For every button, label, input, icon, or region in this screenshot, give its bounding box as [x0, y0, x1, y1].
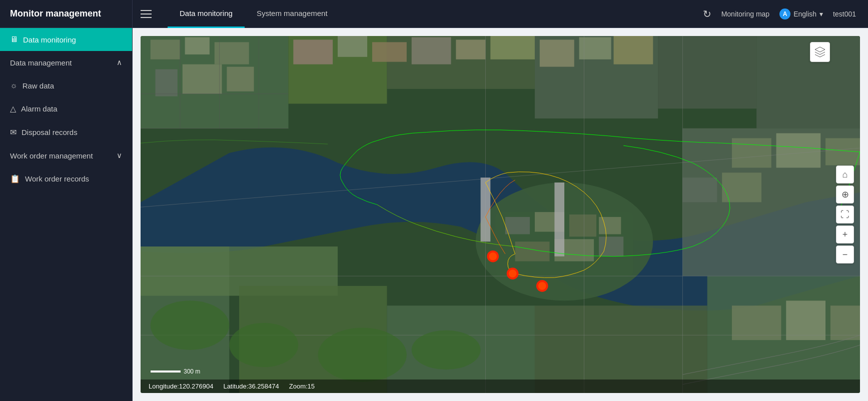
topbar-right: ↻ Monitoring map A English ▾ test001: [691, 8, 868, 20]
brand: Monitor management: [0, 0, 133, 28]
hamburger-menu[interactable]: [133, 10, 160, 18]
svg-rect-21: [412, 37, 451, 64]
chevron-down-icon-work-order: ∨: [117, 151, 122, 160]
map-layer-button[interactable]: [810, 42, 830, 62]
map-info-bar: Longitude:120.276904 Latitude:36.258474 …: [141, 380, 860, 393]
sidebar-item-raw-data[interactable]: ☼ Raw data: [0, 74, 132, 97]
svg-point-66: [229, 323, 298, 368]
svg-rect-22: [456, 40, 485, 59]
map-controls: ⌂ ⊕ ⛶ + −: [836, 166, 854, 264]
refresh-icon[interactable]: ↻: [703, 8, 711, 20]
svg-rect-31: [569, 214, 596, 236]
chevron-up-icon: ∧: [117, 58, 122, 67]
alarm-icon: △: [10, 104, 16, 114]
svg-rect-32: [599, 217, 621, 234]
svg-rect-5: [658, 36, 756, 108]
sidebar-label-alarm-data: Alarm data: [21, 104, 58, 113]
language-selector[interactable]: A English ▾: [779, 8, 823, 20]
svg-rect-11: [183, 64, 222, 94]
sidebar-label-work-order-management: Work order management: [10, 152, 93, 160]
sidebar-label-work-order-records: Work order records: [25, 174, 89, 183]
svg-rect-26: [614, 36, 653, 64]
svg-rect-10: [156, 69, 178, 96]
zoom-out-icon: −: [842, 250, 848, 260]
monitoring-map-link[interactable]: Monitoring map: [721, 10, 770, 18]
sidebar-section-work-order[interactable]: Work order management ∨: [0, 144, 132, 167]
home-icon: ⌂: [842, 170, 848, 180]
topbar: Monitor management Data monitoring Syste…: [0, 0, 868, 28]
layers-icon: [814, 46, 826, 58]
sidebar-label-raw-data: Raw data: [23, 82, 54, 90]
monitor-icon: 🖥: [10, 35, 18, 44]
sidebar-item-alarm-data[interactable]: △ Alarm data: [0, 97, 132, 120]
fullscreen-button[interactable]: ⛶: [836, 206, 854, 224]
content-area: 300 m Longitude:120.276904 Latitude:36.2…: [133, 28, 868, 401]
home-button[interactable]: ⌂: [836, 166, 854, 184]
brand-title: Monitor management: [10, 8, 101, 19]
zoom-out-button[interactable]: −: [836, 246, 854, 264]
username-label: test001: [833, 10, 856, 18]
sidebar-sub-data-management: ☼ Raw data △ Alarm data ✉ Disposal recor…: [0, 74, 132, 144]
language-label: English: [793, 10, 816, 18]
svg-rect-8: [185, 37, 210, 54]
work-order-records-icon: 📋: [10, 174, 20, 184]
svg-point-60: [489, 252, 497, 260]
svg-rect-6: [756, 36, 860, 128]
sidebar-label-disposal-records: Disposal records: [22, 128, 78, 136]
svg-rect-12: [227, 67, 254, 92]
svg-rect-47: [722, 172, 761, 202]
map-container[interactable]: 300 m Longitude:120.276904 Latitude:36.2…: [141, 36, 860, 393]
zoom-in-button[interactable]: +: [836, 226, 854, 244]
sidebar-item-work-order-records[interactable]: 📋 Work order records: [0, 167, 132, 190]
sidebar-item-data-monitoring[interactable]: 🖥 Data monitoring: [0, 28, 132, 51]
sidebar-section-data-management[interactable]: Data management ∧: [0, 51, 132, 74]
scale-label: 300 m: [184, 368, 200, 375]
svg-rect-43: [732, 138, 771, 168]
crosshair-icon: ⊕: [841, 189, 849, 200]
svg-rect-23: [490, 36, 535, 60]
tab-system-management[interactable]: System management: [245, 0, 340, 28]
svg-rect-19: [338, 36, 367, 57]
svg-rect-44: [776, 133, 821, 168]
map-scale: 300 m: [151, 368, 200, 375]
main-layout: 🖥 Data monitoring Data management ∧ ☼ Ra…: [0, 28, 868, 401]
svg-point-65: [151, 300, 230, 350]
svg-rect-58: [554, 182, 564, 256]
fullscreen-icon: ⛶: [840, 210, 849, 220]
sidebar: 🖥 Data monitoring Data management ∧ ☼ Ra…: [0, 28, 133, 401]
svg-rect-29: [505, 217, 530, 234]
raw-data-icon: ☼: [10, 81, 18, 90]
crosshair-button[interactable]: ⊕: [836, 186, 854, 204]
topbar-nav: Data monitoring System management: [160, 0, 691, 28]
latitude-info: Latitude:36.258474: [223, 382, 279, 390]
map-svg: [141, 36, 860, 393]
svg-rect-46: [682, 178, 717, 202]
svg-rect-20: [372, 42, 407, 62]
zoom-in-icon: +: [842, 230, 848, 240]
svg-point-67: [318, 328, 407, 382]
svg-rect-24: [540, 40, 574, 66]
language-icon: A: [779, 8, 790, 20]
sidebar-label-data-management: Data management: [10, 58, 72, 67]
zoom-info: Zoom:15: [289, 382, 315, 390]
longitude-info: Longitude:120.276904: [149, 382, 213, 390]
sidebar-label-data-monitoring: Data monitoring: [23, 36, 76, 44]
svg-point-62: [509, 270, 517, 278]
svg-point-64: [538, 282, 546, 290]
sidebar-sub-work-order: 📋 Work order records: [0, 167, 132, 190]
svg-rect-7: [151, 40, 180, 59]
disposal-icon: ✉: [10, 128, 17, 137]
svg-rect-57: [481, 178, 491, 242]
tab-data-monitoring[interactable]: Data monitoring: [168, 0, 245, 28]
svg-rect-49: [786, 300, 825, 340]
svg-point-68: [412, 330, 481, 370]
chevron-down-icon: ▾: [819, 10, 823, 18]
sidebar-item-disposal-records[interactable]: ✉ Disposal records: [0, 120, 132, 144]
scale-bar: [151, 370, 181, 372]
svg-rect-18: [293, 40, 333, 64]
